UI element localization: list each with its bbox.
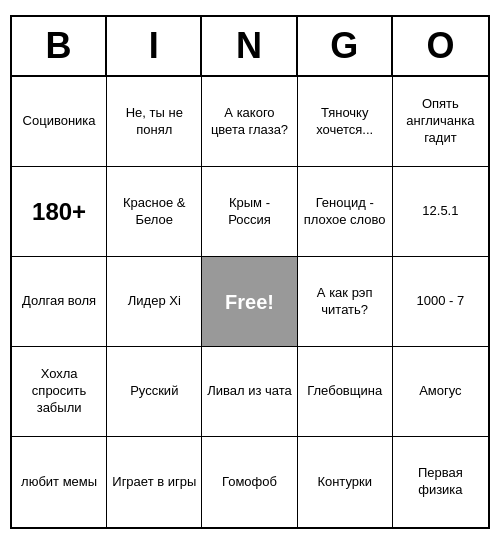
bingo-cell: Гомофоб [202, 437, 297, 527]
bingo-cell: Геноцид - плохое слово [298, 167, 393, 257]
bingo-cell: Free! [202, 257, 297, 347]
bingo-cell: 180+ [12, 167, 107, 257]
header-letter: B [12, 17, 107, 75]
bingo-header: BINGO [12, 17, 488, 77]
bingo-cell: Опять англичанка гадит [393, 77, 488, 167]
bingo-cell: А как рэп читать? [298, 257, 393, 347]
bingo-cell: Не, ты не понял [107, 77, 202, 167]
bingo-cell: Крым - Россия [202, 167, 297, 257]
bingo-cell: Первая физика [393, 437, 488, 527]
bingo-cell: Долгая воля [12, 257, 107, 347]
bingo-cell: Хохла спросить забыли [12, 347, 107, 437]
bingo-cell: Ливал из чата [202, 347, 297, 437]
bingo-cell: любит мемы [12, 437, 107, 527]
header-letter: G [298, 17, 393, 75]
bingo-cell: Амогус [393, 347, 488, 437]
bingo-cell: Социвоника [12, 77, 107, 167]
header-letter: O [393, 17, 488, 75]
bingo-cell: 1000 - 7 [393, 257, 488, 347]
bingo-cell: Русский [107, 347, 202, 437]
header-letter: I [107, 17, 202, 75]
bingo-card: BINGO СоцивоникаНе, ты не понялА какого … [10, 15, 490, 529]
bingo-cell: Тяночку хочется... [298, 77, 393, 167]
bingo-grid: СоцивоникаНе, ты не понялА какого цвета … [12, 77, 488, 527]
bingo-cell: Играет в игры [107, 437, 202, 527]
header-letter: N [202, 17, 297, 75]
bingo-cell: Красное & Белое [107, 167, 202, 257]
bingo-cell: Лидер Xi [107, 257, 202, 347]
bingo-cell: Контурки [298, 437, 393, 527]
bingo-cell: 12.5.1 [393, 167, 488, 257]
bingo-cell: Глебовщина [298, 347, 393, 437]
bingo-cell: А какого цвета глаза? [202, 77, 297, 167]
